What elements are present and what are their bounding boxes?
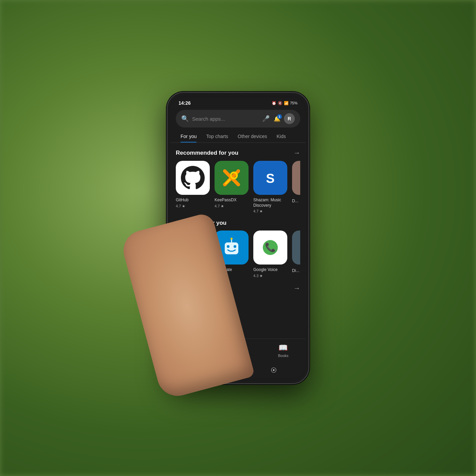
tab-kids[interactable]: Kids [272, 130, 290, 142]
phone-wrapper: 14:26 ⏰ 🔇 📶 75% 🔍 Search apps... 🎤 🔔 1 R [167, 92, 309, 384]
recommended-title: Recommended for you [176, 150, 238, 156]
notification-badge: 1 [277, 114, 282, 119]
books-icon: 📖 [278, 343, 288, 352]
svg-point-16 [234, 245, 236, 248]
app-keepass[interactable]: KeePassDX 4.7 ★ [215, 161, 249, 214]
shazam-icon: S [253, 161, 287, 195]
github-name: GitHub [176, 198, 188, 203]
svg-point-18 [231, 238, 233, 240]
nav-books[interactable]: 📖 Books [271, 342, 295, 359]
search-bar[interactable]: 🔍 Search apps... 🎤 🔔 1 R [176, 110, 300, 128]
productivity-arrow[interactable]: → [293, 284, 300, 292]
partial-icon-2 [292, 231, 300, 265]
recommended-header: Recommended for you → [176, 149, 300, 157]
keepass-name: KeePassDX [215, 198, 237, 203]
search-icon: 🔍 [181, 115, 189, 122]
keepass-icon [215, 161, 249, 195]
app-partial-2[interactable]: Di... [292, 231, 300, 278]
status-bar: 14:26 ⏰ 🔇 📶 75% [170, 98, 306, 107]
gvoice-icon: 📞 [253, 231, 287, 265]
mute-icon: 🔇 [278, 101, 283, 105]
app-shazam[interactable]: S Shazam: Music Discovery 4.7 ★ [253, 161, 287, 214]
recents-button[interactable]: ⦿ [271, 367, 277, 374]
shazam-rating: 4.7 ★ [253, 209, 263, 214]
shazam-name: Shazam: Music Discovery [253, 198, 287, 208]
mic-icon: 🎤 [262, 115, 270, 122]
partial-name-2: Di... [292, 268, 299, 273]
search-placeholder: Search apps... [192, 116, 262, 122]
books-label: Books [278, 354, 289, 358]
signal-icon: 📶 [284, 101, 289, 105]
app-gvoice[interactable]: 📞 Google Voice 4.3 ★ [253, 231, 287, 278]
battery-text: 75% [290, 101, 298, 105]
keepass-rating: 4.7 ★ [215, 204, 224, 208]
svg-rect-14 [225, 242, 238, 254]
github-icon [176, 161, 210, 195]
status-time: 14:26 [178, 100, 191, 106]
status-icons: ⏰ 🔇 📶 75% [272, 101, 298, 105]
recommended-apps-row: GitHub 4.7 ★ [176, 161, 300, 214]
notification-bell[interactable]: 🔔 1 [274, 116, 280, 122]
github-rating: 4.7 ★ [176, 204, 185, 208]
svg-point-15 [227, 245, 230, 248]
app-partial-1[interactable]: D... [292, 161, 300, 214]
partial-name-1: D... [292, 199, 299, 203]
recommended-arrow[interactable]: → [293, 149, 300, 157]
gvoice-name: Google Voice [253, 267, 277, 273]
gvoice-rating: 4.3 ★ [253, 274, 263, 278]
tab-for-you[interactable]: For you [176, 130, 201, 142]
tab-top-charts[interactable]: Top charts [201, 130, 233, 142]
partial-icon-1 [292, 161, 300, 195]
alarm-icon: ⏰ [272, 101, 276, 105]
avatar[interactable]: R [284, 113, 295, 124]
tabs-bar: For you Top charts Other devices Kids [170, 130, 306, 143]
svg-text:📞: 📞 [265, 242, 276, 253]
tab-other-devices[interactable]: Other devices [233, 130, 272, 142]
svg-text:S: S [266, 171, 274, 186]
app-github[interactable]: GitHub 4.7 ★ [176, 161, 210, 214]
